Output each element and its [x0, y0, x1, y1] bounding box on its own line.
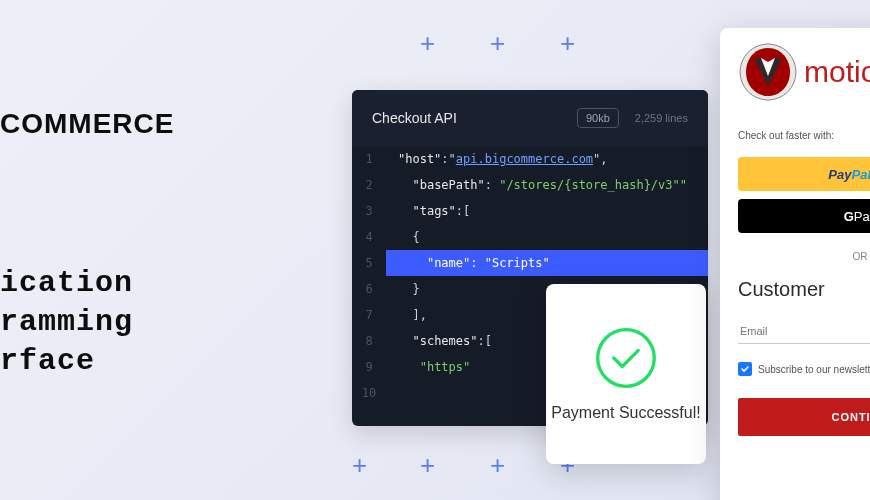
checkout-faster-label: Check out faster with: — [738, 130, 870, 141]
json-key: "schemes" — [412, 334, 477, 348]
plus-icon: + — [490, 452, 505, 478]
check-icon — [740, 364, 750, 374]
brand-logo-text: COMMERCE — [0, 108, 174, 140]
plus-icon: + — [560, 30, 575, 56]
line-gutter: 1 2 3 4 5 6 7 8 9 10 — [352, 146, 386, 406]
editor-header: Checkout API 90kb 2,259 lines — [352, 90, 708, 146]
line-number: 2 — [352, 172, 386, 198]
code-line: "host":"api.bigcommerce.com", — [386, 146, 708, 172]
paypal-logo-pay: Pay — [828, 167, 851, 182]
check-circle-icon — [593, 325, 659, 391]
plus-icon: + — [420, 30, 435, 56]
payment-success-card: Payment Successful! — [546, 284, 706, 464]
json-key: "tags" — [412, 204, 455, 218]
code-line: "tags":[ — [386, 198, 708, 224]
line-number: 7 — [352, 302, 386, 328]
plus-icon: + — [420, 452, 435, 478]
store-name: motion — [804, 55, 870, 89]
line-number: 6 — [352, 276, 386, 302]
line-number: 4 — [352, 224, 386, 250]
success-message: Payment Successful! — [551, 403, 700, 424]
store-logo: motion — [738, 42, 870, 102]
json-brace: } — [412, 282, 419, 296]
paypal-logo-pal: Pal — [852, 167, 871, 182]
line-number: 1 — [352, 146, 386, 172]
line-number: 5 — [352, 250, 386, 276]
json-value: "/stores/{store_hash}/v3"" — [499, 178, 687, 192]
editor-title: Checkout API — [372, 110, 561, 126]
gpay-logo-pay: Pay — [854, 209, 870, 224]
line-number: 3 — [352, 198, 386, 224]
google-pay-button[interactable]: G Pay — [738, 199, 870, 233]
json-value[interactable]: api.bigcommerce.com — [456, 152, 593, 166]
json-key: "basePath" — [412, 178, 484, 192]
json-value: "Scripts" — [485, 256, 550, 270]
line-number: 9 — [352, 354, 386, 380]
json-key: "host" — [398, 152, 441, 166]
api-heading-line: rface — [0, 342, 133, 381]
svg-point-0 — [598, 329, 655, 386]
checkout-panel: motion Check out faster with: PayPalCh G… — [720, 28, 870, 500]
line-number: 10 — [352, 380, 386, 406]
plus-icon: + — [490, 30, 505, 56]
subscribe-checkbox[interactable] — [738, 362, 752, 376]
code-line: "basePath": "/stores/{store_hash}/v3"" — [386, 172, 708, 198]
api-heading-line: ication — [0, 264, 133, 303]
json-bracket: ], — [412, 308, 426, 322]
api-heading: ication ramming rface — [0, 264, 133, 381]
continue-button[interactable]: CONTINU — [738, 398, 870, 436]
subscribe-label: Subscribe to our newsletter — [758, 364, 870, 375]
store-logo-icon — [738, 42, 798, 102]
or-divider: OR — [738, 251, 870, 262]
subscribe-row[interactable]: Subscribe to our newsletter — [738, 362, 870, 376]
json-key: "name" — [427, 256, 470, 270]
customer-heading: Customer — [738, 278, 870, 301]
code-line-highlighted[interactable]: "name": "Scripts" — [386, 250, 708, 276]
plus-icon: + — [352, 452, 367, 478]
code-line: { — [386, 224, 708, 250]
email-field[interactable] — [738, 319, 870, 344]
line-number: 8 — [352, 328, 386, 354]
file-size-badge: 90kb — [577, 108, 619, 128]
json-brace: { — [412, 230, 419, 244]
api-heading-line: ramming — [0, 303, 133, 342]
line-count: 2,259 lines — [635, 112, 688, 124]
json-value: "https" — [420, 360, 471, 374]
paypal-button[interactable]: PayPalCh — [738, 157, 870, 191]
gpay-logo-g: G — [844, 209, 854, 224]
